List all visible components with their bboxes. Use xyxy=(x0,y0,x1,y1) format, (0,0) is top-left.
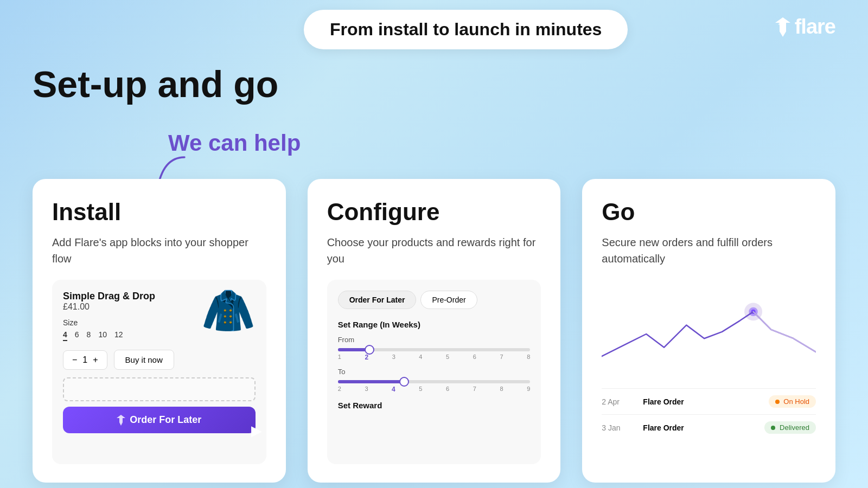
install-title: Install xyxy=(52,198,266,226)
install-inner: Simple Drag & Drop £41.00 🧥 Size 4 6 8 1… xyxy=(52,280,266,464)
order-badge-0: On Hold xyxy=(769,395,816,408)
range-label: Set Range (In Weeks) xyxy=(338,320,531,329)
order-date-1: 3 Jan xyxy=(602,423,634,432)
logo-icon xyxy=(775,17,790,37)
dot-icon-2 xyxy=(771,426,775,430)
set-reward-label: Set Reward xyxy=(338,401,531,410)
order-name-1: Flare Order xyxy=(643,423,756,432)
size-8[interactable]: 8 xyxy=(87,330,91,341)
size-4[interactable]: 4 xyxy=(63,330,67,341)
configure-desc: Choose your products and rewards right f… xyxy=(327,234,541,267)
from-slider-numbers: 1 2 3 4 5 6 7 8 xyxy=(338,354,531,361)
qty-value: 1 xyxy=(82,355,87,365)
qty-plus[interactable]: + xyxy=(93,355,98,365)
chart-area xyxy=(602,280,816,388)
from-label: From xyxy=(338,336,531,344)
tab-row: Order For Later Pre-Order xyxy=(338,291,531,309)
configure-card: Configure Choose your products and rewar… xyxy=(308,179,561,483)
install-card: Install Add Flare's app blocks into your… xyxy=(33,179,286,483)
dashed-placeholder xyxy=(63,377,256,401)
install-desc: Add Flare's app blocks into your shopper… xyxy=(52,234,266,267)
order-row-0: 2 Apr Flare Order On Hold xyxy=(602,388,816,414)
tab-order-for-later[interactable]: Order For Later xyxy=(338,291,417,309)
order-later-label: Order For Later xyxy=(130,414,201,426)
go-card: Go Secure new orders and fulfill orders … xyxy=(582,179,835,483)
quantity-stepper[interactable]: − 1 + xyxy=(63,350,107,370)
dot-icon xyxy=(775,400,780,404)
top-pill-text: From install to launch in minutes xyxy=(330,20,602,39)
logo-text: flare xyxy=(795,15,835,38)
to-slider-numbers: 2 3 4 5 6 7 8 9 xyxy=(338,386,531,393)
configure-title: Configure xyxy=(327,198,541,226)
buy-now-button[interactable]: Buy it now xyxy=(114,350,174,370)
main-heading: Set-up and go xyxy=(33,64,278,105)
qty-row: − 1 + Buy it now xyxy=(63,350,256,370)
to-label: To xyxy=(338,368,531,376)
cards-container: Install Add Flare's app blocks into your… xyxy=(33,179,835,483)
to-slider[interactable] xyxy=(338,380,531,383)
line-chart xyxy=(602,280,816,388)
size-12[interactable]: 12 xyxy=(114,330,123,341)
order-later-button[interactable]: Order For Later ▶ xyxy=(63,407,256,433)
jacket-image: 🧥 xyxy=(201,285,256,336)
cursor-icon: ▶ xyxy=(251,423,261,439)
go-desc: Secure new orders and fulfill orders aut… xyxy=(602,234,816,267)
flare-btn-icon xyxy=(117,415,125,426)
order-badge-1: Delivered xyxy=(764,421,816,434)
order-date-0: 2 Apr xyxy=(602,397,634,406)
order-name-0: Flare Order xyxy=(643,397,760,406)
go-title: Go xyxy=(602,198,816,226)
from-slider[interactable] xyxy=(338,348,531,351)
qty-minus[interactable]: − xyxy=(72,355,77,365)
configure-inner: Order For Later Pre-Order Set Range (In … xyxy=(327,280,541,464)
go-inner: 2 Apr Flare Order On Hold 3 Jan Flare Or… xyxy=(602,280,816,464)
logo: flare xyxy=(775,15,835,38)
tab-pre-order[interactable]: Pre-Order xyxy=(420,291,477,309)
size-10[interactable]: 10 xyxy=(98,330,107,341)
size-6[interactable]: 6 xyxy=(75,330,79,341)
order-row-1: 3 Jan Flare Order Delivered xyxy=(602,414,816,440)
top-pill: From install to launch in minutes xyxy=(304,10,628,49)
